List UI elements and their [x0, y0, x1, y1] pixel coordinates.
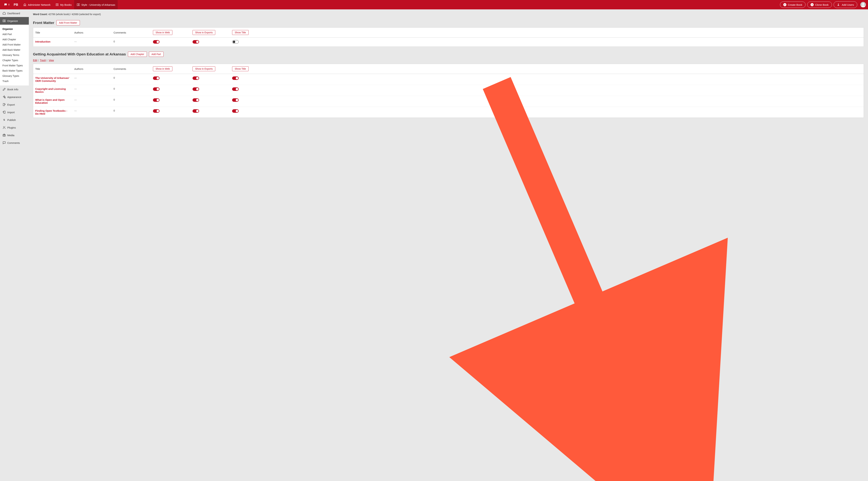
toggle-title[interactable]: [232, 77, 239, 80]
sidebar-item-export[interactable]: Export: [0, 101, 29, 109]
col-title: Title: [35, 31, 74, 34]
sidebar-item-comments[interactable]: Comments: [0, 139, 29, 147]
svg-point-1: [862, 3, 864, 5]
nav-administer-network[interactable]: Administer Network: [21, 0, 53, 9]
sidebar-label: Export: [7, 103, 15, 106]
submenu-trash[interactable]: Trash: [0, 79, 29, 84]
add-users-button[interactable]: Add Users: [834, 1, 857, 8]
add-part-button[interactable]: Add Part: [149, 52, 163, 57]
trash-link[interactable]: Trash: [40, 59, 46, 62]
row-title-link[interactable]: The University of Arkansas' OER Communit…: [35, 77, 70, 82]
part-table: Title Authors Comments Show in Web Show …: [33, 64, 864, 118]
toggle-exports[interactable]: [192, 98, 199, 102]
nav-my-books[interactable]: My Books: [53, 0, 74, 9]
toggle-exports[interactable]: [192, 77, 199, 80]
toggle-title[interactable]: [232, 40, 239, 43]
table-row: The University of Arkansas' OER Communit…: [33, 74, 864, 85]
toggle-web[interactable]: [153, 109, 159, 113]
front-matter-table: Title Authors Comments Show in Web Show …: [33, 27, 864, 47]
import-icon: [2, 111, 6, 114]
svg-line-4: [497, 83, 648, 437]
toggle-exports[interactable]: [192, 109, 199, 113]
sidebar-item-import[interactable]: Import: [0, 109, 29, 116]
button-label: Add Users: [842, 3, 854, 6]
nav-current-book[interactable]: Style - University of Arkansas: [74, 0, 118, 9]
user-avatar[interactable]: [860, 2, 866, 7]
show-in-web-button[interactable]: Show in Web: [153, 66, 173, 71]
submenu-glossary-types[interactable]: Glossary Types: [0, 73, 29, 79]
row-title-link[interactable]: Copyright and Licensing Basics: [35, 87, 70, 93]
row-title-link[interactable]: What is Open and Open Education: [35, 98, 70, 104]
table-row: Finding Open Textbooks - Do Html — 0: [33, 107, 864, 118]
table-row: Introduction — 0: [33, 37, 864, 47]
row-authors: —: [74, 40, 114, 43]
pb-logo[interactable]: PB: [11, 0, 21, 9]
sidebar-item-appearance[interactable]: Appearance: [0, 93, 29, 101]
sidebar-label: Media: [7, 134, 14, 137]
comments-count: 0: [8, 3, 9, 6]
toggle-exports[interactable]: [192, 87, 199, 91]
submenu-organize[interactable]: Organize: [0, 26, 29, 32]
edit-link[interactable]: Edit: [33, 59, 37, 62]
toggle-web[interactable]: [153, 98, 159, 102]
sidebar-item-dashboard[interactable]: Dashboard: [0, 9, 29, 17]
submenu-chapter-types[interactable]: Chapter Types: [0, 58, 29, 63]
submenu-front-matter-types[interactable]: Front Matter Types: [0, 63, 29, 68]
clone-book-button[interactable]: + Clone Book: [807, 2, 832, 8]
create-book-button[interactable]: + Create Book: [780, 2, 806, 8]
toggle-title[interactable]: [232, 98, 239, 102]
row-comments: 0: [114, 77, 153, 79]
row-authors: —: [74, 109, 114, 112]
show-in-exports-button[interactable]: Show in Exports: [192, 66, 215, 71]
sidebar-item-organize[interactable]: Organize: [0, 17, 29, 25]
sidebar-item-plugins[interactable]: Plugins: [0, 124, 29, 131]
toggle-exports[interactable]: [192, 40, 199, 43]
show-title-button[interactable]: Show Title: [232, 66, 249, 71]
toggle-web[interactable]: [153, 87, 159, 91]
svg-point-3: [4, 135, 5, 136]
comment-icon: [2, 141, 6, 145]
user-plus-icon: [837, 3, 840, 6]
show-in-web-button[interactable]: Show in Web: [153, 30, 173, 35]
toggle-title[interactable]: [232, 109, 239, 113]
col-comments: Comments: [114, 31, 153, 34]
show-in-exports-button[interactable]: Show in Exports: [192, 30, 215, 35]
word-count-label: Word Count:: [33, 13, 48, 16]
row-comments: 0: [114, 40, 153, 43]
plus-icon: +: [810, 3, 814, 6]
sidebar-item-media[interactable]: Media: [0, 131, 29, 139]
toggle-web[interactable]: [153, 40, 159, 43]
export-icon: [2, 103, 6, 106]
sidebar-label: Dashboard: [7, 12, 20, 15]
row-title-link[interactable]: Finding Open Textbooks - Do Html: [35, 109, 70, 115]
add-chapter-button[interactable]: Add Chapter: [128, 52, 147, 57]
submenu-add-chapter[interactable]: Add Chapter: [0, 37, 29, 42]
submenu-back-matter-types[interactable]: Back Matter Types: [0, 68, 29, 73]
row-authors: —: [74, 77, 114, 79]
sidebar-label: Import: [7, 111, 15, 114]
submenu-add-part[interactable]: Add Part: [0, 32, 29, 37]
submenu-add-back-matter[interactable]: Add Back Matter: [0, 47, 29, 53]
view-link[interactable]: View: [49, 59, 54, 62]
sidebar-label: Organize: [7, 20, 18, 22]
sidebar-label: Publish: [7, 118, 16, 121]
add-front-matter-button[interactable]: Add Front Matter: [56, 20, 80, 25]
plugin-icon: [2, 126, 6, 129]
toggle-web[interactable]: [153, 77, 159, 80]
sidebar-submenu: Organize Add Part Add Chapter Add Front …: [0, 25, 29, 86]
row-title-link[interactable]: Introduction: [35, 40, 70, 43]
sidebar-item-publish[interactable]: Publish: [0, 116, 29, 124]
submenu-glossary-terms[interactable]: Glossary Terms: [0, 53, 29, 58]
submenu-add-front-matter[interactable]: Add Front Matter: [0, 42, 29, 47]
comments-indicator[interactable]: 0: [2, 3, 11, 6]
building-icon: [23, 3, 27, 6]
pencil-icon: [2, 88, 6, 91]
part-action-links: Edit| Trash| View: [33, 59, 864, 62]
camera-icon: [2, 133, 6, 137]
toggle-title[interactable]: [232, 87, 239, 91]
row-authors: —: [74, 98, 114, 101]
sidebar-item-book-info[interactable]: Book Info: [0, 86, 29, 93]
table-row: Copyright and Licensing Basics — 0: [33, 85, 864, 96]
show-title-button[interactable]: Show Title: [232, 30, 249, 35]
sidebar-label: Plugins: [7, 126, 16, 129]
